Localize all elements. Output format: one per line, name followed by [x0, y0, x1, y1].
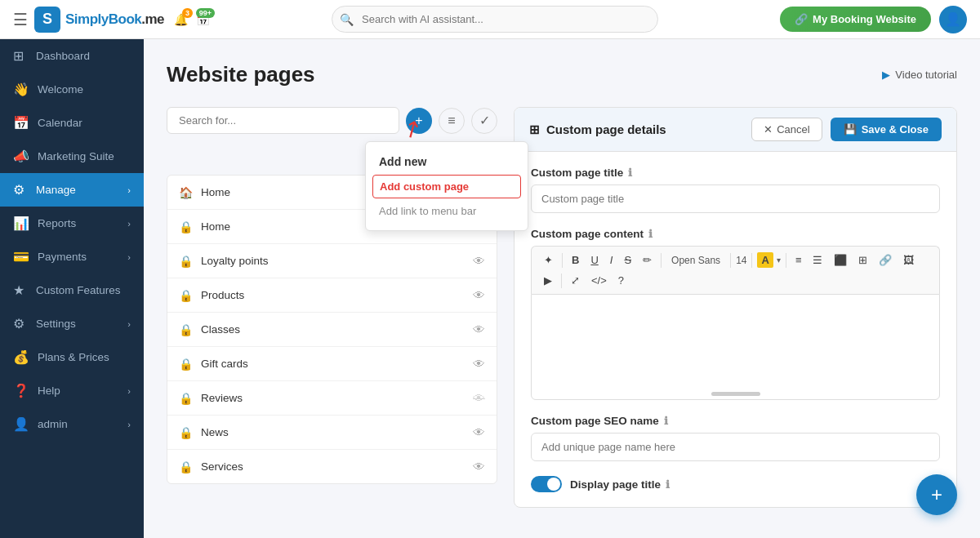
- search-box-wrap: + ≡ ✓ Add new Add custom page Add link t…: [167, 107, 497, 134]
- chevron-right-icon: ›: [127, 420, 131, 429]
- page-header: Website pages ▶ Video tutorial: [167, 62, 957, 87]
- sidebar-item-manage[interactable]: ⚙ Manage ›: [0, 173, 144, 207]
- search-input[interactable]: [332, 6, 658, 33]
- list-item: 🔒 Products 👁: [167, 278, 497, 313]
- booking-website-button[interactable]: 🔗 My Booking Website: [780, 7, 931, 32]
- lock-icon: 🔒: [179, 460, 193, 474]
- menu-icon[interactable]: ☰: [13, 10, 28, 29]
- play-icon: ▶: [882, 69, 890, 81]
- calendar-nav-icon: 📅: [13, 115, 29, 131]
- page-name: Products: [201, 289, 465, 301]
- chevron-right-icon: ›: [127, 185, 131, 195]
- form-group-title: Custom page title ℹ: [531, 167, 940, 213]
- chevron-right-icon: ›: [127, 319, 131, 329]
- rte-scrollbar: [711, 392, 760, 396]
- info-icon-title[interactable]: ℹ: [628, 167, 632, 179]
- toolbar-separator: [751, 253, 752, 268]
- close-icon: ✕: [764, 123, 773, 136]
- chevron-down-icon[interactable]: ▾: [777, 256, 781, 265]
- rte-magic-button[interactable]: ✦: [540, 251, 557, 269]
- display-title-toggle[interactable]: [531, 476, 562, 492]
- fab-icon: +: [931, 483, 942, 506]
- sidebar-item-marketing[interactable]: 📣 Marketing Suite: [0, 140, 144, 173]
- save-close-button[interactable]: 💾 Save & Close: [831, 118, 942, 141]
- seo-name-input[interactable]: [531, 433, 940, 461]
- page-title-input[interactable]: [531, 185, 940, 213]
- rte-unordered-list-button[interactable]: ≡: [791, 251, 806, 269]
- list-item: 🔒 Services 👁: [167, 450, 497, 483]
- topnav-icons: 🔔 3 📅 99+: [174, 13, 210, 26]
- rte-strikethrough-button[interactable]: S: [620, 251, 635, 269]
- lock-icon: 🔒: [179, 392, 193, 405]
- add-custom-page-item[interactable]: Add custom page: [372, 175, 521, 198]
- visibility-icon[interactable]: 👁: [473, 288, 485, 302]
- sidebar-item-plans-prices[interactable]: 💰 Plans & Prices: [0, 340, 144, 374]
- rte-pencil-button[interactable]: ✏: [639, 251, 656, 269]
- link-icon: 🔗: [795, 13, 808, 25]
- sidebar-item-help[interactable]: ❓ Help ›: [0, 374, 144, 407]
- rte-color-button[interactable]: A: [757, 252, 773, 268]
- left-panel: + ≡ ✓ Add new Add custom page Add link t…: [167, 107, 497, 508]
- sidebar-item-settings[interactable]: ⚙ Settings ›: [0, 307, 144, 340]
- list-item: 🔒 News 👁: [167, 416, 497, 450]
- visibility-icon[interactable]: 👁: [473, 425, 485, 439]
- info-icon-display[interactable]: ℹ: [666, 478, 670, 491]
- custom-features-icon: ★: [13, 282, 28, 298]
- rte-code-button[interactable]: </>: [587, 272, 611, 289]
- rte-help-button[interactable]: ?: [614, 272, 628, 289]
- avatar-icon: 👤: [945, 11, 961, 27]
- visibility-icon[interactable]: 👁: [473, 254, 485, 268]
- panel-body: Custom page title ℹ Custom page content …: [514, 152, 956, 507]
- rte-align-button[interactable]: ⬛: [830, 251, 851, 269]
- logo[interactable]: S SimplyBook.me: [34, 7, 164, 33]
- sidebar-item-welcome[interactable]: 👋 Welcome: [0, 73, 144, 106]
- rte-italic-button[interactable]: I: [606, 251, 617, 269]
- cancel-button[interactable]: ✕ Cancel: [751, 118, 822, 141]
- right-panel: ⊞ Custom page details ✕ Cancel 💾 Save & …: [514, 107, 957, 508]
- info-icon-seo[interactable]: ℹ: [664, 415, 668, 427]
- logo-icon: S: [34, 7, 60, 33]
- sidebar-item-reports[interactable]: 📊 Reports ›: [0, 207, 144, 240]
- rte-video-button[interactable]: ▶: [540, 272, 556, 289]
- font-family-selector[interactable]: Open Sans: [666, 253, 725, 268]
- rte-content-area[interactable]: [531, 294, 940, 400]
- rte-bold-button[interactable]: B: [568, 251, 583, 269]
- user-avatar[interactable]: 👤: [939, 6, 967, 33]
- visibility-icon[interactable]: 👁: [473, 460, 485, 474]
- panel-actions: ✕ Cancel 💾 Save & Close: [751, 118, 942, 141]
- rte-underline-button[interactable]: U: [586, 251, 602, 269]
- toolbar-separator: [730, 253, 731, 268]
- panel-icon: ⊞: [529, 122, 540, 137]
- sidebar-item-custom-features[interactable]: ★ Custom Features: [0, 273, 144, 307]
- page-title: Website pages: [167, 62, 315, 87]
- form-label-title: Custom page title ℹ: [531, 167, 940, 179]
- rte-expand-button[interactable]: ⤢: [567, 272, 584, 289]
- lock-icon: 🔒: [179, 323, 193, 336]
- sidebar-item-calendar[interactable]: 📅 Calendar: [0, 106, 144, 140]
- check-all-button[interactable]: ✓: [471, 108, 497, 134]
- calendar-icon[interactable]: 📅 99+: [196, 13, 210, 26]
- rte-table-button[interactable]: ⊞: [854, 251, 871, 269]
- list-view-button[interactable]: ≡: [439, 108, 465, 134]
- notification-bell[interactable]: 🔔 3: [174, 13, 188, 26]
- rte-ordered-list-button[interactable]: ☰: [808, 251, 826, 269]
- rte-link-button[interactable]: 🔗: [875, 251, 896, 269]
- visibility-icon[interactable]: 👁: [473, 391, 485, 405]
- visibility-icon[interactable]: 👁: [473, 357, 485, 371]
- info-icon-content[interactable]: ℹ: [648, 228, 653, 240]
- add-page-button[interactable]: +: [406, 108, 432, 134]
- font-size-selector[interactable]: 14: [736, 255, 746, 266]
- page-name: Gift cards: [201, 358, 465, 370]
- visibility-icon[interactable]: 👁: [473, 322, 485, 336]
- video-tutorial-link[interactable]: ▶ Video tutorial: [882, 69, 957, 81]
- add-link-item[interactable]: Add link to menu bar: [366, 198, 528, 224]
- fab-button[interactable]: +: [916, 474, 957, 515]
- chevron-right-icon: ›: [127, 252, 131, 262]
- sidebar-item-dashboard[interactable]: ⊞ Dashboard: [0, 39, 144, 73]
- rte-image-button[interactable]: 🖼: [899, 251, 918, 269]
- sidebar-item-admin[interactable]: 👤 admin ›: [0, 407, 144, 441]
- page-name: Classes: [201, 323, 465, 336]
- check-icon: ✓: [479, 113, 490, 128]
- search-pages-input[interactable]: [167, 107, 399, 134]
- sidebar-item-payments[interactable]: 💳 Payments ›: [0, 240, 144, 273]
